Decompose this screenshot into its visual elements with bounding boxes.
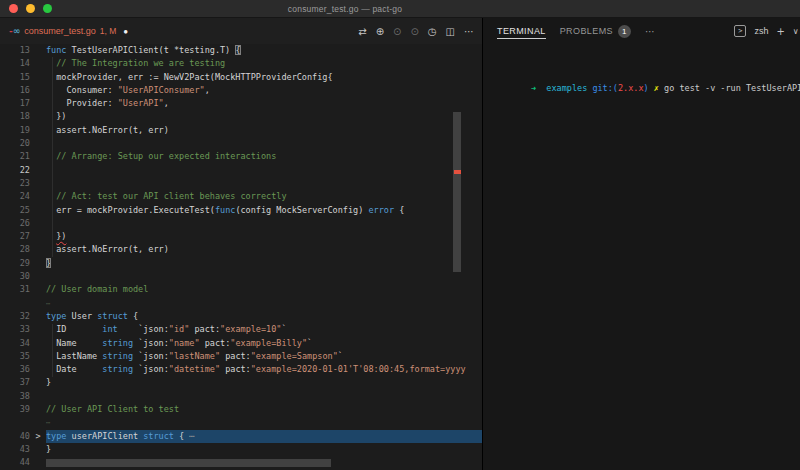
- line-number: 24: [0, 190, 30, 203]
- code-line[interactable]: 39// User API Client to test: [0, 403, 482, 416]
- window-title: consumer_test.go — pact-go: [0, 4, 690, 14]
- code-line[interactable]: 32type User struct {: [0, 310, 482, 323]
- code-line[interactable]: 29}: [0, 257, 482, 270]
- code-line[interactable]: 19 assert.NoError(t, err): [0, 124, 482, 137]
- prev-revision-icon[interactable]: ⊕: [376, 26, 384, 37]
- code-line[interactable]: 15 mockProvider, err := NewV2Pact(MockHT…: [0, 71, 482, 84]
- code-line[interactable]: 36 Date string `json:"datetime" pact:"ex…: [0, 363, 482, 376]
- line-number: 26: [0, 217, 30, 230]
- code-line[interactable]: 22: [0, 164, 482, 177]
- vertical-scrollbar[interactable]: [453, 112, 461, 272]
- line-number: 28: [0, 243, 30, 256]
- line-number: 44: [0, 456, 30, 469]
- code-line[interactable]: 28 assert.NoError(t, err): [0, 243, 482, 256]
- code-line[interactable]: 17 Provider: "UserAPI",: [0, 97, 482, 110]
- line-number: 39: [0, 403, 30, 416]
- panel-tab-terminal[interactable]: TERMINAL: [497, 18, 546, 44]
- code-line[interactable]: 18 }): [0, 110, 482, 123]
- terminal-shell-icon: >: [734, 25, 746, 37]
- line-number: 37: [0, 376, 30, 389]
- line-number: 36: [0, 363, 30, 376]
- code-lines: 13func TestUserAPIClient(t *testing.T) {…: [0, 44, 482, 470]
- line-number: 29: [0, 257, 30, 270]
- compare-revision-icon[interactable]: ⊙: [410, 26, 418, 37]
- line-number: 14: [0, 57, 30, 70]
- more-actions-icon[interactable]: ⋯: [464, 26, 474, 37]
- code-line[interactable]: 40>type userAPIClient struct { ⋯: [0, 430, 482, 443]
- code-line[interactable]: 14 // The Integration we are testing: [0, 57, 482, 70]
- terminal-prompt-line: ➜ examples git:(2.x.x) ✗ go test -v -run…: [531, 83, 800, 93]
- line-number: 13: [0, 44, 30, 57]
- vscode-window: consumer_test.go — pact-go -∞ consumer_t…: [0, 0, 800, 470]
- code-line[interactable]: 16 Consumer: "UserAPIConsumer",: [0, 84, 482, 97]
- line-number: 18: [0, 110, 30, 123]
- line-number: 19: [0, 124, 30, 137]
- terminal-dropdown-icon[interactable]: ∨: [793, 27, 799, 36]
- line-number: 15: [0, 71, 30, 84]
- horizontal-scrollbar[interactable]: [46, 459, 331, 467]
- line-number: 16: [0, 84, 30, 97]
- code-line[interactable]: 27 }): [0, 230, 482, 243]
- go-file-icon: -∞: [9, 26, 20, 36]
- code-line[interactable]: 33 ID int `json:"id" pact:"example=10"`: [0, 323, 482, 336]
- fold-chevron-icon[interactable]: >: [30, 430, 46, 443]
- error-overview-marker: [454, 170, 461, 174]
- code-line[interactable]: 23: [0, 177, 482, 190]
- line-number: [0, 416, 30, 429]
- codelens-row[interactable]: ⋯: [0, 297, 482, 310]
- title-bar: consumer_test.go — pact-go: [0, 0, 800, 18]
- panel-actions: > zsh +∨∧×: [734, 25, 800, 37]
- line-number: 33: [0, 323, 30, 336]
- code-line[interactable]: 34 Name string `json:"name" pact:"exampl…: [0, 337, 482, 350]
- line-number: 17: [0, 97, 30, 110]
- tab-consumer-test-go[interactable]: -∞ consumer_test.go 1, M ●: [0, 18, 137, 44]
- code-line[interactable]: 37}: [0, 376, 482, 389]
- code-line[interactable]: 30: [0, 270, 482, 283]
- line-number: 27: [0, 230, 30, 243]
- code-line[interactable]: 13func TestUserAPIClient(t *testing.T) {: [0, 44, 482, 57]
- line-number: 25: [0, 204, 30, 217]
- indent-guide: [52, 324, 53, 377]
- code-line[interactable]: 43}: [0, 443, 482, 456]
- line-number: 23: [0, 177, 30, 190]
- code-line[interactable]: 35 LastName string `json:"lastName" pact…: [0, 350, 482, 363]
- new-terminal-icon[interactable]: +: [776, 26, 784, 37]
- panel-tab-problems[interactable]: PROBLEMS1: [560, 18, 631, 44]
- line-number: 22: [0, 164, 30, 177]
- code-line[interactable]: 38: [0, 390, 482, 403]
- next-revision-icon[interactable]: ⊙: [393, 26, 401, 37]
- line-number: 32: [0, 310, 30, 323]
- tab-filename: consumer_test.go: [24, 26, 96, 36]
- indent-guide: [52, 57, 53, 257]
- problems-count-badge: 1: [618, 25, 631, 38]
- panel-header: TERMINALPROBLEMS1 ⋯ > zsh +∨∧×: [483, 18, 800, 44]
- code-line[interactable]: 24 // Act: test our API client behaves c…: [0, 190, 482, 203]
- line-number: 43: [0, 443, 30, 456]
- code-editor[interactable]: 13func TestUserAPIClient(t *testing.T) {…: [0, 44, 482, 470]
- code-line[interactable]: 21 // Arrange: Setup our expected intera…: [0, 150, 482, 163]
- line-number: [0, 297, 30, 310]
- terminal-panel: TERMINALPROBLEMS1 ⋯ > zsh +∨∧× ➜ example…: [483, 18, 800, 470]
- editor-group: -∞ consumer_test.go 1, M ● ⇄⊕⊙⊙◷◫⋯ 13fun…: [0, 18, 483, 470]
- codelens-row[interactable]: ⋯: [0, 416, 482, 429]
- split-editor-icon[interactable]: ◫: [446, 26, 455, 37]
- open-changes-icon[interactable]: ⇄: [358, 26, 366, 37]
- code-line[interactable]: 20: [0, 137, 482, 150]
- line-number: 31: [0, 283, 30, 296]
- unsaved-dot-icon: ●: [123, 27, 128, 36]
- shell-label[interactable]: zsh: [754, 26, 768, 36]
- line-number: 21: [0, 150, 30, 163]
- file-history-icon[interactable]: ◷: [428, 26, 437, 37]
- tab-decoration-problems-git: 1, M: [100, 26, 117, 36]
- terminal-output[interactable]: ➜ examples git:(2.x.x) ✗ go test -v -run…: [483, 70, 800, 106]
- code-line[interactable]: 25 err = mockProvider.ExecuteTest(func(c…: [0, 204, 482, 217]
- line-number: 34: [0, 337, 30, 350]
- editor-toolbar: ⇄⊕⊙⊙◷◫⋯: [358, 26, 482, 37]
- code-line[interactable]: 26: [0, 217, 482, 230]
- line-number: 30: [0, 270, 30, 283]
- code-line[interactable]: 31// User domain model: [0, 283, 482, 296]
- panel-views-overflow-icon[interactable]: ⋯: [645, 26, 655, 37]
- line-number: 38: [0, 390, 30, 403]
- tab-bar: -∞ consumer_test.go 1, M ● ⇄⊕⊙⊙◷◫⋯: [0, 18, 482, 44]
- line-number: 40: [0, 430, 30, 443]
